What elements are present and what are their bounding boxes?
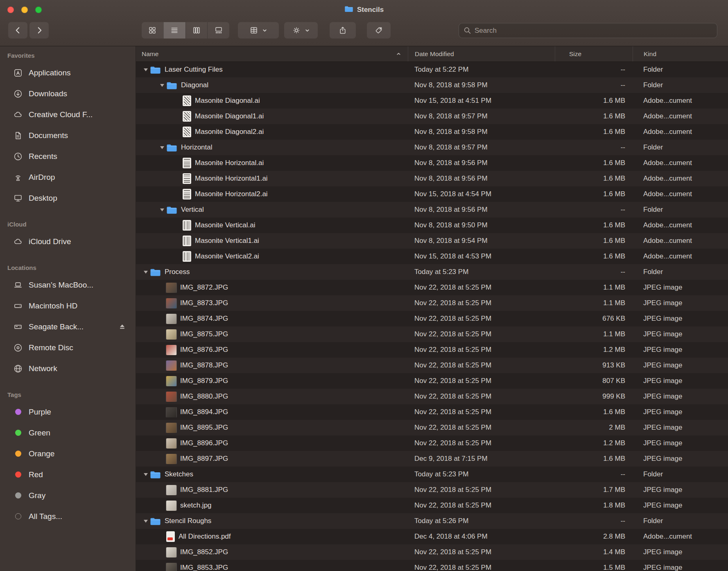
size-cell: -- — [555, 143, 633, 152]
folder-row[interactable]: HorizontalNov 8, 2018 at 9:57 PM--Folder — [136, 140, 728, 155]
file-row[interactable]: IMG_8880.JPGNov 22, 2018 at 5:25 PM999 K… — [136, 389, 728, 404]
sidebar-item-green[interactable]: Green — [0, 422, 136, 443]
disclosure-triangle[interactable] — [158, 208, 166, 211]
sidebar-item-remote-disc[interactable]: Remote Disc — [0, 337, 136, 358]
eject-icon[interactable] — [119, 324, 126, 330]
illustrator-file-icon — [183, 236, 191, 246]
folder-row[interactable]: DiagonalNov 8, 2018 at 9:58 PM--Folder — [136, 77, 728, 93]
sidebar-item-icloud-drive[interactable]: iCloud Drive — [0, 231, 136, 252]
sidebar-item-documents[interactable]: Documents — [0, 125, 136, 146]
file-row[interactable]: Masonite Horizontal2.aiNov 15, 2018 at 4… — [136, 186, 728, 202]
size-cell: 1.6 MB — [555, 455, 633, 463]
size-cell: -- — [555, 517, 633, 525]
file-row[interactable]: All Directions.pdfDec 4, 2018 at 4:06 PM… — [136, 529, 728, 544]
sidebar-item-applications[interactable]: Applications — [0, 62, 136, 83]
icon-view-button[interactable] — [142, 22, 163, 39]
file-row[interactable]: Masonite Diagonal.aiNov 15, 2018 at 4:51… — [136, 93, 728, 109]
disclosure-triangle[interactable] — [142, 68, 150, 71]
file-row[interactable]: IMG_8878.JPGNov 22, 2018 at 5:25 PM913 K… — [136, 358, 728, 373]
name-cell: Masonite Horizontal2.ai — [136, 189, 408, 199]
column-header-label: Name — [142, 50, 158, 58]
group-by-button[interactable] — [238, 22, 279, 39]
column-header-size[interactable]: Size — [555, 46, 633, 61]
folder-row[interactable]: ProcessToday at 5:23 PM--Folder — [136, 264, 728, 280]
sidebar-item-gray[interactable]: Gray — [0, 485, 136, 506]
file-name: IMG_8853.JPG — [180, 564, 228, 571]
folder-row[interactable]: VerticalNov 8, 2018 at 9:56 PM--Folder — [136, 202, 728, 218]
date-modified-cell: Nov 22, 2018 at 5:25 PM — [408, 548, 555, 556]
file-row[interactable]: Masonite Diagonal2.aiNov 8, 2018 at 9:58… — [136, 124, 728, 140]
tag-color-dot — [13, 471, 23, 478]
column-header-name[interactable]: Name — [136, 46, 408, 61]
column-header-kind[interactable]: Kind — [633, 46, 728, 61]
file-row[interactable]: IMG_8872.JPGNov 22, 2018 at 5:25 PM1.1 M… — [136, 280, 728, 295]
sidebar-item-label: Desktop — [29, 194, 126, 203]
disclosure-triangle[interactable] — [142, 520, 150, 523]
file-row[interactable]: IMG_8881.JPGNov 22, 2018 at 5:25 PM1.7 M… — [136, 482, 728, 498]
kind-cell: JPEG image — [633, 501, 728, 510]
size-cell: 1.1 MB — [555, 299, 633, 307]
file-row[interactable]: IMG_8852.JPGNov 22, 2018 at 5:25 PM1.4 M… — [136, 544, 728, 560]
sidebar-item-recents[interactable]: Recents — [0, 146, 136, 167]
file-row[interactable]: Masonite Vertical1.aiNov 8, 2018 at 9:54… — [136, 233, 728, 249]
sidebar-item-downloads[interactable]: Downloads — [0, 83, 136, 104]
sidebar-item-red[interactable]: Red — [0, 464, 136, 485]
share-button[interactable] — [330, 22, 356, 39]
file-row[interactable]: IMG_8873.JPGNov 22, 2018 at 5:25 PM1.1 M… — [136, 295, 728, 311]
sidebar-item-seagate-back[interactable]: Seagate Back... — [0, 316, 136, 337]
file-row[interactable]: IMG_8874.JPGNov 22, 2018 at 5:25 PM676 K… — [136, 311, 728, 326]
sidebar-item-label: Remote Disc — [29, 343, 126, 352]
file-row[interactable]: sketch.jpgNov 22, 2018 at 5:25 PM1.8 MBJ… — [136, 498, 728, 513]
folder-row[interactable]: Laser Cutting FilesToday at 5:22 PM--Fol… — [136, 62, 728, 77]
list-view-button[interactable] — [163, 22, 185, 39]
disclosure-triangle[interactable] — [142, 473, 150, 476]
name-cell: IMG_8895.JPG — [136, 423, 408, 433]
sidebar-item-network[interactable]: Network — [0, 358, 136, 379]
disclosure-triangle[interactable] — [142, 271, 150, 274]
sidebar-item-all-tags[interactable]: All Tags... — [0, 506, 136, 527]
folder-row[interactable]: SketchesToday at 5:23 PM--Folder — [136, 467, 728, 482]
file-row[interactable]: IMG_8876.JPGNov 22, 2018 at 5:25 PM1.2 M… — [136, 342, 728, 358]
forward-button[interactable] — [29, 22, 49, 39]
illustrator-file-icon — [183, 189, 191, 199]
sidebar-item-purple[interactable]: Purple — [0, 401, 136, 422]
date-modified-cell: Nov 22, 2018 at 5:25 PM — [408, 564, 555, 571]
file-row[interactable]: IMG_8894.JPGNov 22, 2018 at 5:25 PM1.6 M… — [136, 404, 728, 420]
disclosure-triangle[interactable] — [158, 84, 166, 87]
gallery-view-button[interactable] — [207, 22, 229, 39]
file-row[interactable]: Masonite Horizontal1.aiNov 8, 2018 at 9:… — [136, 171, 728, 186]
file-row[interactable]: IMG_8853.JPGNov 22, 2018 at 5:25 PM1.5 M… — [136, 560, 728, 571]
sidebar-item-susan-s-macboo[interactable]: Susan’s MacBoo... — [0, 274, 136, 295]
action-menu-button[interactable] — [284, 22, 318, 39]
back-button[interactable] — [8, 22, 27, 39]
file-row[interactable]: IMG_8895.JPGNov 22, 2018 at 5:25 PM2 MBJ… — [136, 420, 728, 435]
file-row[interactable]: IMG_8879.JPGNov 22, 2018 at 5:25 PM807 K… — [136, 373, 728, 389]
sidebar-section-title-tags: Tags — [7, 391, 136, 398]
file-name: IMG_8876.JPG — [180, 346, 228, 354]
file-row[interactable]: Masonite Horizontal.aiNov 8, 2018 at 9:5… — [136, 155, 728, 171]
file-row[interactable]: IMG_8875.JPGNov 22, 2018 at 5:25 PM1.1 M… — [136, 326, 728, 342]
tag-button[interactable] — [367, 22, 391, 39]
file-row[interactable]: Masonite Vertical.aiNov 8, 2018 at 9:50 … — [136, 218, 728, 233]
sidebar-item-orange[interactable]: Orange — [0, 443, 136, 464]
column-header-date-modified[interactable]: Date Modified — [408, 46, 555, 61]
sidebar-section-title-favorites: Favorites — [7, 52, 136, 59]
column-view-button[interactable] — [185, 22, 208, 39]
downloads-icon — [13, 89, 23, 98]
sidebar-item-desktop[interactable]: Desktop — [0, 188, 136, 208]
sidebar-item-creative-cloud-f[interactable]: Creative Cloud F... — [0, 104, 136, 125]
disclosure-triangle[interactable] — [158, 146, 166, 149]
file-row[interactable]: IMG_8897.JPGDec 9, 2018 at 7:15 PM1.6 MB… — [136, 451, 728, 467]
file-row[interactable]: Masonite Diagonal1.aiNov 8, 2018 at 9:57… — [136, 109, 728, 124]
file-row[interactable]: IMG_8896.JPGNov 22, 2018 at 5:25 PM1.2 M… — [136, 435, 728, 451]
laptop-icon — [13, 281, 23, 290]
kind-cell: JPEG image — [633, 455, 728, 463]
search-input[interactable] — [475, 27, 712, 35]
date-modified-cell: Nov 22, 2018 at 5:25 PM — [408, 299, 555, 307]
sidebar-item-airdrop[interactable]: AirDrop — [0, 167, 136, 188]
image-thumbnail-icon — [166, 283, 176, 293]
sidebar-item-macintosh-hd[interactable]: Macintosh HD — [0, 295, 136, 316]
folder-row[interactable]: Stencil RoughsToday at 5:26 PM--Folder — [136, 513, 728, 529]
file-row[interactable]: Masonite Vertical2.aiNov 15, 2018 at 4:5… — [136, 249, 728, 264]
name-cell: IMG_8881.JPG — [136, 485, 408, 495]
